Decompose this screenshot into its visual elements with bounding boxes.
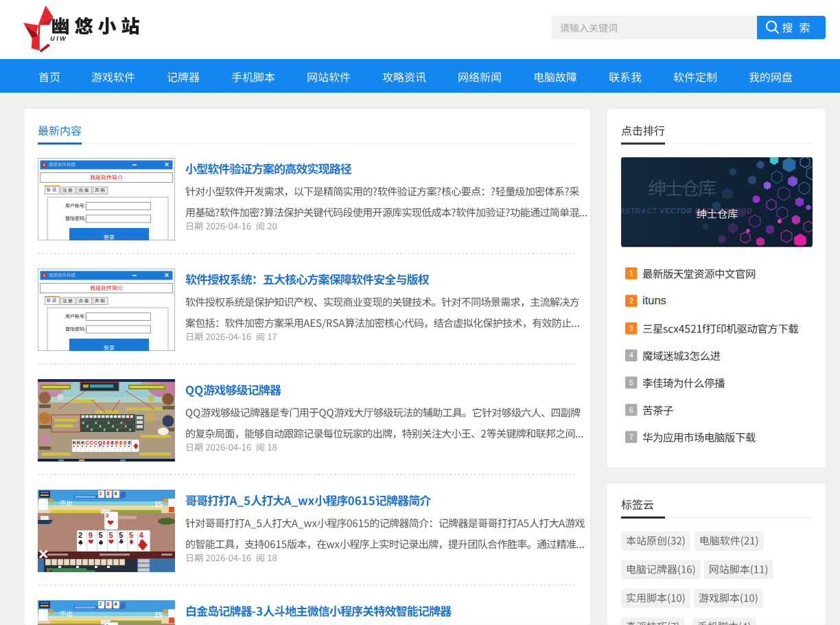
svg-text:BSTRACT VECTOR BACKGROUND: BSTRACT VECTOR BACKGROUND (620, 207, 752, 215)
svg-text:3: 3 (629, 324, 633, 332)
svg-text:C: C (94, 440, 98, 446)
svg-text:4: 4 (115, 602, 117, 606)
svg-text:2: 2 (106, 512, 109, 519)
svg-text:6: 6 (629, 406, 633, 414)
svg-text:5: 5 (108, 531, 113, 539)
svg-text:K: K (73, 440, 77, 446)
svg-text:ituns: ituns (642, 294, 666, 306)
svg-text:K: K (81, 440, 85, 446)
svg-text:8: 8 (106, 440, 109, 446)
svg-text:5: 5 (119, 531, 123, 539)
svg-text:15: 15 (154, 611, 163, 619)
svg-text:8: 8 (119, 440, 122, 446)
svg-text:K: K (77, 440, 81, 446)
svg-text:5: 5 (129, 531, 133, 539)
svg-text:2: 2 (78, 531, 82, 539)
svg-text:Q: Q (98, 440, 102, 446)
svg-text:8: 8 (107, 602, 110, 606)
svg-text:2: 2 (629, 297, 633, 305)
svg-text:2: 2 (100, 491, 102, 496)
svg-text:4: 4 (139, 531, 144, 539)
svg-text:1: 1 (629, 269, 633, 277)
svg-text:9: 9 (89, 531, 93, 539)
svg-text:8: 8 (111, 440, 114, 446)
svg-text:5: 5 (99, 531, 103, 539)
svg-text:C: C (90, 440, 94, 446)
svg-text:6: 6 (124, 440, 126, 446)
svg-text:5: 5 (629, 378, 633, 387)
svg-text:4: 4 (629, 351, 633, 359)
svg-text:2: 2 (100, 602, 102, 606)
svg-text:15: 15 (154, 500, 163, 508)
svg-text:8: 8 (107, 491, 110, 496)
svg-text:E: E (115, 440, 119, 446)
svg-text:6: 6 (128, 440, 130, 446)
svg-text:C: C (85, 440, 89, 446)
svg-text:7: 7 (629, 433, 633, 441)
svg-text:4: 4 (115, 491, 117, 496)
svg-text:8: 8 (102, 440, 105, 446)
